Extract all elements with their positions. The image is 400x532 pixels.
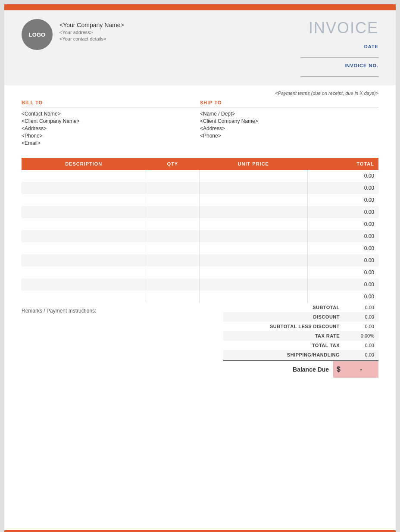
row-description <box>22 279 146 291</box>
invoice-no-label: INVOICE NO. <box>301 63 378 68</box>
table-row: 0.00 <box>22 206 378 218</box>
table-body: 0.00 0.00 0.00 0.00 0.00 0.00 <box>22 170 378 303</box>
row-unit-price <box>199 182 307 194</box>
row-qty <box>146 279 199 291</box>
row-unit-price <box>199 291 307 303</box>
table-header-row: DESCRIPTION QTY UNIT PRICE TOTAL <box>22 158 378 170</box>
bill-to-email: <Email> <box>22 140 200 146</box>
date-label: DATE <box>301 44 378 49</box>
remarks: Remarks / Payment Instructions: <box>22 303 223 378</box>
content-area: <Payment terms (due on receipt, due in X… <box>4 85 396 530</box>
row-description <box>22 230 146 242</box>
ship-to-address: <Address> <box>200 125 378 131</box>
subtotal-less-discount-label: SUBTOTAL LESS DISCOUNT <box>223 322 344 331</box>
subtotal-less-discount-row: SUBTOTAL LESS DISCOUNT 0.00 <box>223 322 378 331</box>
bill-ship-row: BILL TO <Contact Name> <Client Company N… <box>22 100 378 147</box>
row-unit-price <box>199 242 307 254</box>
shipping-label: SHIPPING/HANDLING <box>223 350 344 360</box>
row-total: 0.00 <box>307 206 378 218</box>
row-description <box>22 218 146 230</box>
company-name: <Your Company Name> <box>59 22 124 28</box>
balance-due-label: Balance Due <box>288 362 333 377</box>
company-logo: LOGO <box>22 19 53 50</box>
table-row: 0.00 <box>22 242 378 254</box>
invoice-no-block: INVOICE NO. <box>301 63 378 77</box>
invoice-title: INVOICE <box>301 19 378 37</box>
shipping-value: 0.00 <box>344 350 378 360</box>
ship-to-section: SHIP TO <Name / Dept> <Client Company Na… <box>200 100 378 147</box>
row-qty <box>146 291 199 303</box>
row-description <box>22 182 146 194</box>
row-qty <box>146 194 199 206</box>
bill-to-contact-name: <Contact Name> <box>22 111 200 117</box>
table-row: 0.00 <box>22 279 378 291</box>
date-block: DATE <box>301 44 378 58</box>
bottom-bar <box>4 530 396 532</box>
row-description <box>22 206 146 218</box>
row-unit-price <box>199 206 307 218</box>
subtotal-less-discount-value: 0.00 <box>344 322 378 331</box>
row-unit-price <box>199 230 307 242</box>
total-tax-row: TOTAL TAX 0.00 <box>223 341 378 350</box>
discount-value: 0.00 <box>344 312 378 322</box>
tax-rate-value: 0.00% <box>344 331 378 341</box>
invoice-no-field-line <box>301 69 378 77</box>
table-row: 0.00 <box>22 194 378 206</box>
ship-to-title: SHIP TO <box>200 100 378 107</box>
balance-due-value: - <box>344 361 378 378</box>
row-total: 0.00 <box>307 266 378 279</box>
table-row: 0.00 <box>22 218 378 230</box>
row-qty <box>146 182 199 194</box>
row-unit-price <box>199 279 307 291</box>
date-field-line <box>301 50 378 58</box>
discount-label: DISCOUNT <box>223 312 344 322</box>
row-total: 0.00 <box>307 182 378 194</box>
subtotal-row: SUBTOTAL 0.00 <box>223 303 378 312</box>
row-qty <box>146 254 199 266</box>
table-row: 0.00 <box>22 266 378 279</box>
row-unit-price <box>199 194 307 206</box>
total-tax-value: 0.00 <box>344 341 378 350</box>
row-total: 0.00 <box>307 279 378 291</box>
row-unit-price <box>199 266 307 279</box>
bill-to-title: BILL TO <box>22 100 200 107</box>
table-row: 0.00 <box>22 254 378 266</box>
company-info: LOGO <Your Company Name> <Your address> … <box>22 19 124 50</box>
discount-row: DISCOUNT 0.00 <box>223 312 378 322</box>
shipping-row: SHIPPING/HANDLING 0.00 <box>223 350 378 360</box>
row-description <box>22 194 146 206</box>
invoice-page: LOGO <Your Company Name> <Your address> … <box>4 4 396 532</box>
items-table: DESCRIPTION QTY UNIT PRICE TOTAL 0.00 0.… <box>22 158 378 303</box>
bill-to-phone: <Phone> <box>22 133 200 139</box>
bill-to-address: <Address> <box>22 125 200 131</box>
subtotal-label: SUBTOTAL <box>223 303 344 312</box>
ship-to-company-name: <Client Company Name> <box>200 118 378 124</box>
total-tax-label: TOTAL TAX <box>223 341 344 350</box>
balance-due-row: Balance Due $ - <box>223 360 378 378</box>
header-section: LOGO <Your Company Name> <Your address> … <box>4 10 396 85</box>
row-total: 0.00 <box>307 194 378 206</box>
balance-currency: $ <box>333 361 344 378</box>
row-qty <box>146 266 199 279</box>
row-unit-price <box>199 170 307 182</box>
table-row: 0.00 <box>22 230 378 242</box>
totals-remarks-row: Remarks / Payment Instructions: SUBTOTAL… <box>22 303 378 378</box>
row-qty <box>146 218 199 230</box>
totals-col: SUBTOTAL 0.00 DISCOUNT 0.00 SUBTOTAL LES… <box>223 303 378 378</box>
bill-to-section: BILL TO <Contact Name> <Client Company N… <box>22 100 200 147</box>
company-address: <Your address> <box>59 30 124 35</box>
ship-to-phone: <Phone> <box>200 133 378 139</box>
invoice-title-block: INVOICE DATE INVOICE NO. <box>301 19 378 77</box>
row-description <box>22 291 146 303</box>
col-qty: QTY <box>146 158 199 170</box>
row-total: 0.00 <box>307 254 378 266</box>
row-total: 0.00 <box>307 242 378 254</box>
row-total: 0.00 <box>307 291 378 303</box>
company-text: <Your Company Name> <Your address> <Your… <box>59 19 124 41</box>
row-description <box>22 266 146 279</box>
row-description <box>22 242 146 254</box>
row-qty <box>146 170 199 182</box>
tax-rate-row: TAX RATE 0.00% <box>223 331 378 341</box>
col-total: TOTAL <box>307 158 378 170</box>
row-qty <box>146 242 199 254</box>
